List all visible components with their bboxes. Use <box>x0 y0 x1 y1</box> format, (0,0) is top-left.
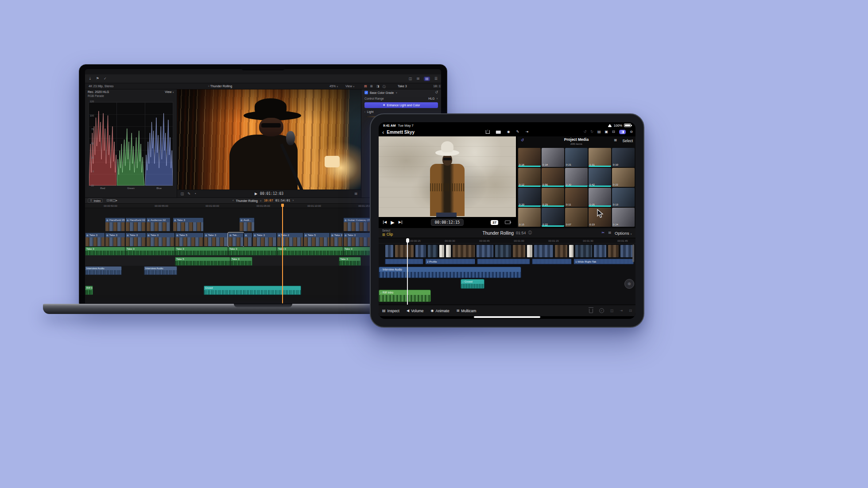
import-icon[interactable]: ⇣ <box>89 77 92 81</box>
media-thumbnail[interactable]: 0:56 <box>542 168 564 187</box>
storyline-clip[interactable] <box>244 232 252 247</box>
storyline-clip[interactable]: Take 3 <box>125 232 146 247</box>
media-thumbnail[interactable]: 0:20 <box>518 188 541 207</box>
next-project-icon[interactable]: › <box>292 199 294 202</box>
audio-bar-clip[interactable]: 1-Wide Right-Tak <box>574 259 634 264</box>
draw-tool-icon[interactable]: ✎ <box>188 192 191 196</box>
media-thumbnail[interactable]: 0:16 <box>518 148 541 167</box>
media-thumbnail[interactable]: 0:22 <box>612 168 635 187</box>
connect-icon[interactable]: ⊡ <box>106 199 109 202</box>
media-thumbnail[interactable]: 0:21 <box>565 148 588 167</box>
storyline-clip[interactable]: Take 3 <box>105 232 125 247</box>
audio-clip[interactable]: Take 3 <box>230 257 252 266</box>
connected-clip[interactable]: Handheld 02 <box>125 217 146 232</box>
audio-clip[interactable]: Take 3 <box>339 257 361 266</box>
media-thumbnail[interactable]: 0:42 <box>589 168 611 187</box>
home-indicator[interactable] <box>474 316 540 318</box>
frame-rate-chip[interactable]: 37 <box>491 220 498 225</box>
storyline-clip[interactable]: Take 5 <box>303 232 330 247</box>
connected-clip[interactable]: Audience 02 <box>146 217 170 232</box>
ipad-playhead[interactable] <box>407 238 408 305</box>
list-view-icon[interactable]: ☰ <box>434 77 438 81</box>
audio-clip[interactable]: Take 3 <box>228 247 277 256</box>
volume-button[interactable]: ◀Volume <box>407 309 424 313</box>
riff-intro-clip[interactable]: Riff Intro <box>379 290 431 302</box>
skip-forward-button[interactable]: ▶ <box>399 221 402 224</box>
grade-checkbox[interactable]: ✓ <box>364 91 368 94</box>
storyline-clip[interactable]: Take 5 <box>175 232 204 247</box>
mic-icon[interactable]: ◉ <box>507 130 510 134</box>
connected-clip[interactable]: Handheld 05 <box>105 217 125 232</box>
zoom-fit-icon[interactable]: ⊞ <box>354 192 357 196</box>
color-board-icon[interactable]: ▤ <box>364 85 367 88</box>
grade-row[interactable]: ✓ Base Color Grade ∨ ↺ <box>361 89 441 96</box>
grid-view-icon[interactable]: ⊞ <box>614 139 617 142</box>
interview-audio-clip[interactable]: Interview Audio <box>85 266 122 275</box>
media-thumbnail[interactable]: 0:15 <box>518 208 541 227</box>
arrow-tool-icon[interactable]: ▸ <box>116 199 117 202</box>
overwrite-icon[interactable]: ⊡ <box>629 309 632 313</box>
jog-wheel-button[interactable]: ◎ <box>624 279 634 289</box>
multicam-button[interactable]: ⊞Multicam <box>457 309 477 313</box>
zoom-select[interactable]: 45% ∨ <box>329 85 338 88</box>
storyline-clip[interactable]: Tak... <box>228 232 244 247</box>
insert-icon[interactable]: ⊞ <box>109 199 112 202</box>
interview-audio-clip[interactable]: Interview Audio <box>144 266 177 275</box>
grid-icon[interactable]: ⊞ <box>370 85 373 88</box>
keyword-icon[interactable]: ⚑ <box>96 77 99 81</box>
picture-in-picture-icon[interactable]: ◫ <box>610 309 614 313</box>
inspect-button[interactable]: ▤Inspect <box>382 309 399 313</box>
media-thumbnail[interactable]: 0:05 <box>589 188 611 207</box>
media-thumbnail[interactable]: 0:22 <box>542 208 564 227</box>
play-button[interactable]: ▶ <box>391 220 394 225</box>
ipad-timeline-ruler[interactable]: 00:00:1500:00:3000:00:4500:01:0000:01:15… <box>379 238 636 244</box>
media-thumbnail[interactable]: 0:07 <box>565 208 588 227</box>
media-thumbnail[interactable]: 0:18 <box>542 148 564 167</box>
media-thumbnail[interactable]: 0:13 <box>612 188 635 207</box>
storyline-clip[interactable]: Take 3 <box>146 232 175 247</box>
mac-playhead[interactable] <box>282 204 283 303</box>
transform-tool-icon[interactable]: ◫ <box>181 192 184 196</box>
browser-panel-icon-active[interactable]: ◨ <box>619 130 626 134</box>
overview-icon[interactable]: ⊞ <box>608 231 611 235</box>
options-button[interactable]: Options ∨ <box>615 231 632 236</box>
animate-button[interactable]: ◉Animate <box>430 309 449 313</box>
trash-icon[interactable] <box>589 309 593 313</box>
reset-icon[interactable]: ↺ <box>435 91 438 94</box>
connected-clip[interactable]: Take 3 <box>173 217 204 232</box>
active-view-icon[interactable]: ▤ <box>424 77 430 81</box>
connected-clip[interactable]: Audi... <box>239 217 255 232</box>
storyline-clip[interactable]: Take 3 <box>252 232 277 247</box>
media-thumbnail[interactable]: 0:30 <box>565 168 588 187</box>
keyboard-icon[interactable]: ▤ <box>597 130 601 134</box>
redo-icon[interactable]: ↻ <box>590 130 593 134</box>
media-thumbnail[interactable]: 0:29 <box>542 188 564 207</box>
browser-grid-icon[interactable]: ⊞ <box>417 77 420 81</box>
info-icon[interactable]: ⓘ <box>528 231 532 235</box>
enhance-button[interactable]: ✦ Enhance Light and Color <box>364 102 438 108</box>
camera-record-icon[interactable] <box>505 221 511 224</box>
play-button[interactable]: ▶ <box>255 192 257 196</box>
audio-clip[interactable]: Take 3 <box>277 247 343 256</box>
range-stepper-icon[interactable]: ∨ <box>436 97 438 100</box>
clip-toggle[interactable]: ▥ Clip <box>382 232 393 236</box>
storyline-clip[interactable]: Take 3 <box>204 232 228 247</box>
approve-circle-icon[interactable]: ✓ <box>599 308 604 313</box>
audio-clip[interactable]: Take 3 <box>85 247 125 256</box>
media-thumbnail[interactable]: 0:12 <box>518 168 541 187</box>
pip-view-icon[interactable]: ◫ <box>409 77 412 81</box>
timeline-title[interactable]: Thunder Rolling <box>236 199 258 202</box>
back-button[interactable]: ‹ <box>382 129 384 135</box>
zoom-out-icon[interactable]: ⊖ <box>630 130 633 134</box>
storyline-clip[interactable]: Take 3 <box>330 232 343 247</box>
media-thumbnail[interactable]: 0:11 <box>565 188 588 207</box>
approve-icon[interactable]: ✓ <box>104 77 107 81</box>
skip-back-button[interactable]: ◀ <box>383 221 387 224</box>
storyline-clip[interactable]: Take 2 <box>277 232 303 247</box>
share-icon[interactable]: ↑ <box>486 130 490 134</box>
control-range-row[interactable]: Control Range HLG ∨ <box>361 96 441 101</box>
media-thumbnail[interactable]: 0:24 <box>612 208 635 227</box>
append-icon[interactable]: ◫ <box>112 199 116 202</box>
info-icon[interactable]: ⓘ <box>383 85 386 89</box>
undo-icon[interactable]: ↺ <box>584 130 587 134</box>
